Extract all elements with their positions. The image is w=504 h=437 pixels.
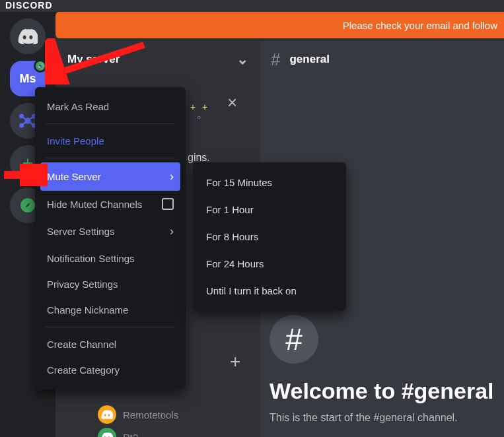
chevron-right-icon: › bbox=[170, 170, 174, 184]
member-row[interactable]: Rt2 bbox=[98, 428, 138, 437]
menu-label: Hide Muted Channels bbox=[47, 199, 142, 210]
mute-8-hours[interactable]: For 8 Hours bbox=[198, 223, 341, 250]
discord-avatar-icon bbox=[101, 410, 113, 419]
welcome-block: # Welcome to #general This is the start … bbox=[270, 315, 504, 424]
chevron-down-icon: ⌄ bbox=[236, 51, 248, 68]
channel-header: # general bbox=[260, 41, 504, 78]
menu-mute-server[interactable]: Mute Server › bbox=[40, 162, 180, 191]
menu-separator bbox=[46, 123, 175, 124]
close-button[interactable]: × bbox=[227, 92, 237, 113]
mute-1-hour[interactable]: For 1 Hour bbox=[198, 196, 341, 223]
menu-label: Invite People bbox=[47, 135, 104, 147]
menu-create-category[interactable]: Create Category bbox=[40, 357, 180, 383]
server-name-header[interactable]: My server ⌄ bbox=[55, 41, 260, 78]
sparkle-decoration-icon: + + bbox=[190, 102, 209, 112]
discord-wordmark: DISCORD bbox=[5, 0, 53, 11]
menu-label: Privacy Settings bbox=[47, 279, 118, 290]
welcome-subtitle: This is the start of the #general channe… bbox=[270, 412, 504, 424]
avatar bbox=[98, 405, 116, 424]
menu-label: Notification Settings bbox=[47, 253, 135, 264]
compass-icon bbox=[19, 197, 36, 214]
menu-label: Change Nickname bbox=[47, 304, 128, 316]
menu-label: For 15 Minutes bbox=[206, 177, 272, 188]
menu-label: Until I turn it back on bbox=[206, 285, 297, 296]
server-context-menu: Mark As Read Invite People Mute Server ›… bbox=[35, 87, 186, 389]
server-name-label: My server bbox=[67, 53, 120, 66]
welcome-title: Welcome to #general bbox=[270, 378, 504, 404]
menu-privacy-settings[interactable]: Privacy Settings bbox=[40, 271, 180, 297]
menu-invite-people[interactable]: Invite People bbox=[40, 128, 180, 154]
menu-label: For 8 Hours bbox=[206, 231, 258, 242]
server-initials: Ms bbox=[19, 72, 36, 86]
hub-network-icon bbox=[18, 112, 37, 130]
member-name: Remotetools bbox=[123, 409, 178, 420]
channel-welcome-hash-icon: # bbox=[270, 315, 318, 364]
menu-label: Create Channel bbox=[47, 339, 116, 350]
sparkle-decoration-icon: ○ bbox=[197, 114, 201, 121]
menu-label: Mark As Read bbox=[47, 101, 109, 112]
mute-24-hours[interactable]: For 24 Hours bbox=[198, 250, 341, 277]
menu-label: For 24 Hours bbox=[206, 258, 264, 269]
menu-label: For 1 Hour bbox=[206, 204, 254, 215]
avatar bbox=[98, 428, 116, 437]
plus-icon: + bbox=[22, 152, 33, 174]
menu-label: Server Settings bbox=[47, 226, 115, 237]
menu-change-nickname[interactable]: Change Nickname bbox=[40, 297, 180, 323]
menu-server-settings[interactable]: Server Settings › bbox=[40, 217, 180, 246]
banner-text: Please check your email and follow bbox=[343, 20, 497, 31]
chevron-right-icon: › bbox=[170, 224, 174, 238]
discord-app: DISCORD Ms + bbox=[0, 0, 504, 437]
mute-15-minutes[interactable]: For 15 Minutes bbox=[198, 169, 341, 196]
menu-label: Mute Server bbox=[47, 171, 101, 182]
discord-logo-icon bbox=[18, 28, 38, 44]
mute-duration-submenu: For 15 Minutes For 1 Hour For 8 Hours Fo… bbox=[193, 162, 346, 311]
create-channel-plus-icon[interactable]: + bbox=[230, 351, 240, 372]
menu-notification-settings[interactable]: Notification Settings bbox=[40, 246, 180, 271]
mute-until-off[interactable]: Until I turn it back on bbox=[198, 277, 341, 304]
menu-mark-as-read[interactable]: Mark As Read bbox=[40, 94, 180, 119]
home-button[interactable] bbox=[10, 18, 46, 54]
menu-hide-muted-channels[interactable]: Hide Muted Channels bbox=[40, 191, 180, 217]
member-name: Rt2 bbox=[123, 432, 138, 438]
discord-avatar-icon bbox=[101, 432, 113, 437]
menu-separator bbox=[46, 327, 175, 327]
email-verify-banner[interactable]: Please check your email and follow bbox=[55, 12, 504, 38]
voice-connected-badge-icon bbox=[34, 59, 47, 73]
menu-create-channel[interactable]: Create Channel bbox=[40, 331, 180, 357]
menu-label: Create Category bbox=[47, 364, 120, 376]
checkbox-icon bbox=[162, 198, 174, 210]
menu-separator bbox=[46, 158, 175, 158]
hash-icon: # bbox=[271, 50, 280, 70]
channel-name-label: general bbox=[289, 53, 329, 66]
member-row[interactable]: Remotetools bbox=[98, 405, 178, 424]
